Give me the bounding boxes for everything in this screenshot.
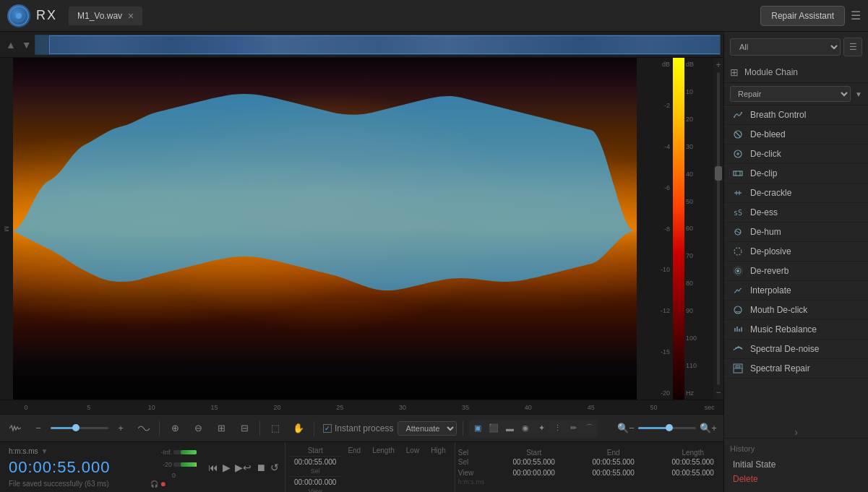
module-spectral-de-noise[interactable]: Spectral De-noise — [724, 340, 868, 359]
loop-btn[interactable]: ↺ — [270, 462, 279, 473]
instant-process-area: ✓ Instant process Attenuate — [323, 421, 457, 436]
zoom-in-right-btn[interactable]: 🔍+ — [699, 419, 718, 438]
time-format-dropdown-icon[interactable]: ▼ — [41, 447, 48, 455]
zoom-out-right-btn[interactable]: 🔍− — [616, 419, 635, 438]
time-format-display[interactable]: h:m:s.ms ▼ — [9, 447, 136, 455]
time-select-btn[interactable]: ⬛ — [486, 420, 502, 436]
filter-row: All ☰ — [730, 38, 862, 56]
select-tool-btn[interactable]: ⬚ — [266, 419, 285, 438]
prev-btn[interactable]: ⏮ — [208, 462, 218, 473]
sel-end-field[interactable]: 00:00:55.000 — [574, 458, 653, 466]
loop-play-btn[interactable]: ▶↩ — [235, 462, 252, 473]
zoom-in-btn[interactable]: + — [111, 419, 130, 438]
time-tick-sec: sec — [705, 404, 715, 411]
history-delete-btn[interactable]: Delete — [730, 472, 862, 486]
channel-label: M — [0, 58, 13, 400]
lasso-select-btn[interactable]: ◉ — [517, 420, 533, 436]
overview-bar: ▲ ▼ — [0, 32, 723, 58]
history-initial-state[interactable]: Initial State — [730, 457, 862, 472]
zoom-control: − + — [29, 419, 130, 438]
instant-process-checkbox-label[interactable]: ✓ Instant process — [323, 423, 393, 433]
zoom-out-h-btn[interactable]: ⊖ — [189, 419, 207, 438]
interpolate-icon — [731, 285, 744, 295]
module-de-clip[interactable]: De-clip — [724, 164, 868, 184]
spectrogram-main[interactable] — [13, 58, 637, 400]
module-music-rebalance[interactable]: Music Rebalance — [724, 320, 868, 340]
zoom-thumb-vertical[interactable] — [715, 166, 722, 181]
harmonic-btn[interactable]: ⋮ — [549, 420, 565, 436]
start-col-header: Start — [494, 449, 574, 457]
filter-all-select[interactable]: All — [730, 38, 841, 56]
de-hum-icon — [731, 227, 744, 237]
module-de-reverb[interactable]: De-reverb — [724, 262, 868, 281]
module-list: Breath Control De-bleed De-click De-clip — [724, 105, 868, 423]
module-de-ess[interactable]: sS De-ess — [724, 203, 868, 223]
display-wave-btn[interactable] — [134, 419, 153, 438]
brush-btn[interactable]: ⌒ — [581, 420, 597, 436]
hand-tool-btn[interactable]: ✋ — [289, 419, 308, 438]
de-bleed-label: De-bleed — [750, 129, 786, 139]
time-tick-10: 10 — [148, 404, 155, 411]
repair-category-select[interactable]: Repair — [730, 86, 851, 102]
module-de-hum[interactable]: De-hum — [724, 223, 868, 242]
module-chain-row[interactable]: ⊞ Module Chain — [724, 62, 868, 83]
overview-waveform[interactable] — [35, 35, 721, 55]
history-header: History — [730, 444, 862, 453]
time-tick-30: 30 — [399, 404, 406, 411]
waveform-mode-btn[interactable] — [6, 419, 25, 438]
zoom-track-vertical[interactable] — [717, 72, 720, 385]
pencil-btn[interactable]: ✏ — [565, 420, 581, 436]
instant-process-checkbox[interactable]: ✓ — [323, 424, 332, 433]
module-spectral-repair[interactable]: Spectral Repair — [724, 359, 868, 379]
view-length-field[interactable]: 00:00:55.000 — [653, 469, 723, 477]
repair-chevron-icon[interactable]: ▼ — [855, 90, 862, 98]
overview-nav-up[interactable]: ▲ — [3, 39, 19, 51]
file-tab[interactable]: M1_Vo.wav × — [69, 7, 142, 25]
zoom-out-v-btn[interactable]: − — [716, 388, 721, 397]
zoom-sel-btn[interactable]: ⊟ — [235, 419, 254, 438]
freq-select-btn[interactable]: ▬ — [502, 420, 517, 436]
zoom-out-btn[interactable]: − — [29, 419, 48, 438]
expand-panel-btn[interactable]: › — [724, 426, 868, 438]
zoom-slider-right[interactable] — [638, 427, 696, 429]
module-de-bleed[interactable]: De-bleed — [724, 125, 868, 144]
music-rebalance-icon — [731, 324, 744, 335]
sel-length-field[interactable]: 00:00:55.000 — [653, 458, 723, 466]
zoom-in-h-btn[interactable]: ⊕ — [166, 419, 184, 438]
rect-select-btn[interactable]: ▣ — [470, 420, 486, 436]
tab-close-btn[interactable]: × — [128, 11, 134, 21]
attenuation-select[interactable]: Attenuate — [398, 421, 457, 436]
de-ess-icon: sS — [731, 207, 744, 217]
meter-track-2 — [173, 462, 197, 467]
spectral-de-noise-label: Spectral De-noise — [750, 344, 819, 354]
module-de-plosive[interactable]: De-plosive — [724, 242, 868, 262]
view-start-field[interactable]: 00:00:00.000 — [494, 469, 574, 477]
monitor-btn[interactable]: 🎧 — [150, 480, 158, 488]
zoom-in-v-btn[interactable]: + — [716, 61, 721, 69]
module-de-crackle[interactable]: De-crackle — [724, 184, 868, 203]
de-plosive-label: De-plosive — [750, 246, 791, 256]
magic-wand-btn[interactable]: ✦ — [533, 420, 549, 436]
de-clip-label: De-clip — [750, 168, 777, 178]
module-breath-control[interactable]: Breath Control — [724, 105, 868, 125]
stop-btn[interactable]: ⏹ — [256, 462, 266, 473]
overview-nav-down[interactable]: ▼ — [19, 39, 35, 51]
tab-filename: M1_Vo.wav — [77, 11, 122, 21]
status-bar: h:m:s.ms ▼ 00:00:55.000 File saved succe… — [0, 441, 723, 492]
record-btn[interactable]: ⏺ — [160, 480, 166, 488]
play-btn[interactable]: ▶ — [223, 462, 231, 473]
svg-point-4 — [741, 112, 742, 113]
svg-point-19 — [736, 269, 739, 272]
zoom-slider[interactable] — [51, 427, 108, 429]
zoom-fit-btn[interactable]: ⊞ — [212, 419, 231, 438]
time-tick-5: 5 — [87, 404, 90, 411]
time-format-label: h:m:s.ms — [9, 447, 38, 455]
sel-start-field[interactable]: 00:00:55.000 — [494, 458, 574, 466]
view-end-field[interactable]: 00:00:55.000 — [574, 469, 653, 477]
module-mouth-de-click[interactable]: Mouth De-click — [724, 301, 868, 320]
module-de-click[interactable]: De-click — [724, 144, 868, 164]
repair-assistant-button[interactable]: Repair Assistant — [760, 6, 845, 26]
panel-menu-btn[interactable]: ☰ — [843, 38, 862, 56]
menu-icon[interactable]: ☰ — [851, 9, 861, 22]
module-interpolate[interactable]: Interpolate — [724, 281, 868, 301]
